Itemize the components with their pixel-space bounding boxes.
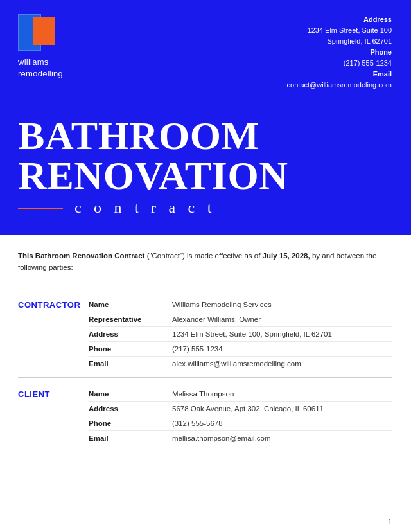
email-label: Email [373,70,392,78]
page-number: 1 [388,518,392,526]
detail-value: 5678 Oak Avenue, Apt 302, Chicago, IL 60… [172,405,392,412]
contact-info: Address 1234 Elm Street, Suite 100 Sprin… [287,14,392,91]
detail-key: Email [89,434,172,442]
detail-value: alex.williams@williamsremodelling.com [172,360,392,368]
client-section: CLIENT Name Melissa Thompson Address 567… [18,377,392,452]
table-row: Phone (312) 555-5678 [89,416,392,431]
detail-key: Name [89,390,172,398]
intro-bold: This Bathroom Renovation Contract [18,252,144,260]
detail-key: Address [89,330,172,338]
company-name: williams remodelling [18,57,63,80]
table-row: Phone (217) 555-1234 [89,342,392,357]
subtitle-row: c o n t r a c t [18,199,392,217]
address-line2: Springfield, IL 62701 [287,36,392,47]
detail-value: Williams Remodeling Services [172,301,392,308]
detail-key: Representative [89,315,172,323]
detail-key: Name [89,301,172,308]
title-section: BATHROOM RENOVATION c o n t r a c t [0,109,411,235]
table-row: Address 5678 Oak Avenue, Apt 302, Chicag… [89,402,392,416]
table-row: Representative Alexander Williams, Owner [89,312,392,327]
detail-value: Melissa Thompson [172,390,392,398]
table-row: Name Williams Remodeling Services [89,297,392,312]
table-row: Address 1234 Elm Street, Suite 100, Spri… [89,327,392,342]
contractor-section: CONTRACTOR Name Williams Remodeling Serv… [18,288,392,377]
contractor-details: Name Williams Remodeling Services Repres… [89,297,392,371]
address-label: Address [363,15,392,23]
body-content: This Bathroom Renovation Contract ("Cont… [0,235,411,513]
contractor-label: CONTRACTOR [18,297,89,371]
intro-part2: ("Contract") is made effective as of [144,252,262,260]
subtitle-text: c o n t r a c t [74,199,216,217]
page: williams remodelling Address 1234 Elm St… [0,0,411,532]
address-line1: 1234 Elm Street, Suite 100 [287,25,392,36]
intro-date: July 15, 2028, [263,252,310,260]
logo-orange-shape [33,17,55,45]
detail-value: (312) 555-5678 [172,420,392,427]
email-value: contact@williamsremodeling.com [287,80,392,91]
intro-paragraph: This Bathroom Renovation Contract ("Cont… [18,250,392,274]
detail-value: (217) 555-1234 [172,345,392,353]
detail-key: Email [89,360,172,368]
client-label: CLIENT [18,387,89,445]
detail-key: Phone [89,420,172,427]
title-line2: RENOVATION [18,155,392,195]
phone-value: (217) 555-1234 [287,58,392,69]
phone-label: Phone [370,48,392,56]
logo-icon [18,14,55,51]
header: williams remodelling Address 1234 Elm St… [0,0,411,109]
table-row: Email mellisa.thompson@email.com [89,431,392,445]
footer: 1 [0,513,411,532]
table-row: Email alex.williams@williamsremodelling.… [89,357,392,371]
logo-area: williams remodelling [18,14,63,80]
title-divider [18,208,63,209]
table-row: Name Melissa Thompson [89,387,392,402]
detail-value: Alexander Williams, Owner [172,315,392,323]
detail-key: Address [89,405,172,412]
detail-value: 1234 Elm Street, Suite 100, Springfield,… [172,330,392,338]
detail-key: Phone [89,345,172,353]
title-line1: BATHROOM [18,116,392,155]
client-details: Name Melissa Thompson Address 5678 Oak A… [89,387,392,445]
detail-value: mellisa.thompson@email.com [172,434,392,442]
